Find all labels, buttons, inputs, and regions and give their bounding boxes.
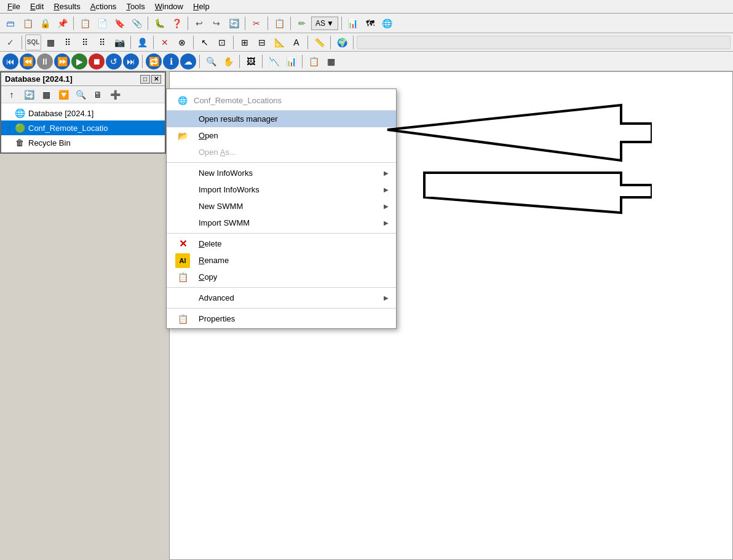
ctx-advanced[interactable]: Advanced ▶ <box>167 290 396 306</box>
toolbar-sql[interactable]: SQL <box>25 34 41 50</box>
db-monitor[interactable]: 🖥 <box>90 87 106 103</box>
toolbar-x[interactable]: ✕ <box>157 34 173 50</box>
toolbar-bug[interactable]: 🐛 <box>151 15 167 31</box>
ctx-delete[interactable]: ✕ Delete <box>167 235 396 252</box>
toolbar-btn-4[interactable]: 📌 <box>54 15 70 31</box>
toolbar-cursor[interactable]: ↖ <box>197 34 213 50</box>
playback-pause[interactable]: ⏸ <box>37 53 53 69</box>
ctx-import-infoworks[interactable]: Import InfoWorks ▶ <box>167 181 396 198</box>
ctx-copy[interactable]: 📋 Copy <box>167 269 396 285</box>
toolbar-copy[interactable]: 📋 <box>271 15 287 31</box>
playback-first[interactable]: ⏮ <box>2 53 18 69</box>
menu-results[interactable]: Results <box>49 1 85 12</box>
ctx-new-infoworks-arrow: ▶ <box>384 170 389 176</box>
ctx-import-swmm-arrow: ▶ <box>384 219 389 226</box>
toolbar-help[interactable]: ❓ <box>168 15 184 31</box>
toolbar-redo[interactable]: ↪ <box>208 15 224 31</box>
database-panel-title: Database [2024.1] <box>5 74 73 84</box>
toolbar-check[interactable]: ✓ <box>2 34 18 50</box>
ctx-new-infoworks[interactable]: New InfoWorks ▶ <box>167 165 396 181</box>
toolbar-table[interactable]: ▦ <box>42 34 58 50</box>
toolbar-draw[interactable]: ✏ <box>294 15 310 31</box>
playback-next-frame[interactable]: ⏩ <box>54 53 70 69</box>
playback-grid[interactable]: ▦ <box>323 53 339 69</box>
menu-actions[interactable]: Actions <box>85 1 122 12</box>
conf-icon: 🟢 <box>14 122 26 134</box>
toolbar-camera[interactable]: 📷 <box>111 34 127 50</box>
ctx-open-results-manager[interactable]: Open results manager <box>167 111 396 127</box>
toolbar-btn-6[interactable]: 📄 <box>94 15 110 31</box>
tree-expand-database <box>4 108 14 118</box>
toolbar-btn-extra1[interactable]: 📊 <box>345 15 361 31</box>
toolbar-btn-5[interactable]: 📋 <box>77 15 93 31</box>
playback-prev[interactable]: ⏪ <box>20 53 36 69</box>
toolbar-btn-3[interactable]: 🔒 <box>37 15 53 31</box>
playback-stop[interactable]: ⏹ <box>89 53 105 69</box>
toolbar-scatter3[interactable]: ⠿ <box>94 34 110 50</box>
menu-help[interactable]: Help <box>188 1 215 12</box>
toolbar-btn-extra3[interactable]: 🌐 <box>379 15 395 31</box>
ctx-properties[interactable]: 📋 Properties <box>167 310 396 327</box>
toolbar-btn-extra2[interactable]: 🗺 <box>362 15 378 31</box>
ctx-import-swmm[interactable]: Import SWMM ▶ <box>167 215 396 231</box>
ctx-copy-label: Copy <box>199 272 217 282</box>
db-up[interactable]: ↑ <box>4 87 20 103</box>
menu-file[interactable]: File <box>2 1 25 12</box>
playback-chart2[interactable]: 📊 <box>283 53 299 69</box>
toolbar-refresh[interactable]: 🔄 <box>226 15 242 31</box>
playback-3d[interactable]: 🖼 <box>243 53 259 69</box>
ctx-rename[interactable]: Al Rename <box>167 252 396 269</box>
toolbar-globe[interactable]: 🌍 <box>334 34 350 50</box>
toolbar-sep-4 <box>245 17 245 30</box>
toolbar-cut[interactable]: ✂ <box>248 15 264 31</box>
toolbar-link[interactable]: ⊟ <box>254 34 270 50</box>
toolbar-search-bar[interactable] <box>357 36 731 49</box>
toolbar-node[interactable]: ⊞ <box>237 34 253 50</box>
toolbar-row-3: ⏮ ⏪ ⏸ ⏩ ▶ ⏹ ↺ ⏭ 🔁 ℹ ☁ 🔍 ✋ 🖼 📉 📊 📋 ▦ <box>0 52 733 71</box>
db-add[interactable]: ➕ <box>107 87 123 103</box>
menu-tools[interactable]: Tools <box>121 1 149 12</box>
ctx-open-label: Open <box>199 131 218 140</box>
toolbar-select2[interactable]: ⊡ <box>214 34 230 50</box>
toolbar-as-dropdown[interactable]: AS ▼ <box>311 17 338 30</box>
db-search[interactable]: 🔍 <box>73 87 89 103</box>
playback-cloud[interactable]: ☁ <box>180 53 196 69</box>
panel-restore-btn[interactable]: □ <box>140 75 150 84</box>
playback-zoom[interactable]: 🔍 <box>203 53 219 69</box>
ctx-sep-2 <box>167 233 396 234</box>
ctx-menu-header: 🌐 Conf_Remote_Locations <box>167 90 396 111</box>
toolbar-ruler[interactable]: 📏 <box>311 34 327 50</box>
toolbar-btn-7[interactable]: 🔖 <box>111 15 127 31</box>
toolbar-scatter[interactable]: ⠿ <box>60 34 76 50</box>
db-refresh[interactable]: 🔄 <box>21 87 37 103</box>
panel-close-btn[interactable]: ✕ <box>151 75 161 84</box>
ctx-header-icon: 🌐 <box>176 94 189 106</box>
playback-last[interactable]: ⏭ <box>123 53 139 69</box>
toolbar-btn-8[interactable]: 📎 <box>129 15 145 31</box>
playback-table2[interactable]: 📋 <box>306 53 322 69</box>
menu-edit[interactable]: Edit <box>25 1 49 12</box>
playback-hand[interactable]: ✋ <box>220 53 236 69</box>
tree-item-recyclebin[interactable]: 🗑 Recycle Bin <box>1 135 165 150</box>
playback-info[interactable]: ℹ <box>163 53 179 69</box>
toolbar-xarrow[interactable]: ⊗ <box>174 34 190 50</box>
toolbar-text2[interactable]: A <box>288 34 304 50</box>
ctx-open[interactable]: 📂 Open <box>167 127 396 144</box>
tree-item-conf[interactable]: + 🟢 Conf_Remote_Locatio <box>1 120 165 135</box>
toolbar-person[interactable]: 👤 <box>134 34 150 50</box>
toolbar-scatter2[interactable]: ⠿ <box>77 34 93 50</box>
playback-play[interactable]: ▶ <box>71 53 87 69</box>
db-view[interactable]: ▦ <box>38 87 54 103</box>
as-arrow: ▼ <box>327 19 334 28</box>
playback-reset[interactable]: ↺ <box>106 53 122 69</box>
toolbar-undo[interactable]: ↩ <box>191 15 207 31</box>
ctx-new-swmm[interactable]: New SWMM ▶ <box>167 198 396 215</box>
toolbar-area[interactable]: 📐 <box>271 34 287 50</box>
menu-window[interactable]: Window <box>150 1 188 12</box>
playback-chart1[interactable]: 📉 <box>266 53 282 69</box>
tree-item-database[interactable]: 🌐 Database [2024.1] <box>1 106 165 120</box>
db-sort[interactable]: 🔽 <box>55 87 71 103</box>
toolbar-btn-2[interactable]: 📋 <box>20 15 36 31</box>
playback-loop[interactable]: 🔁 <box>146 53 162 69</box>
toolbar-btn-1[interactable]: 🗃 <box>2 15 18 31</box>
